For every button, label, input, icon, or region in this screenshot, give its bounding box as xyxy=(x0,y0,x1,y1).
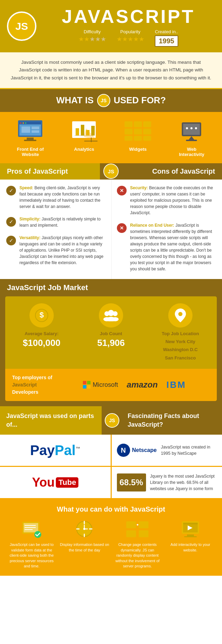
center-js-badge: JS xyxy=(103,164,119,179)
jquery-cell: 68.5% Jquery is the most used JavaScript… xyxy=(112,467,222,498)
check-icon-0: ✓ xyxy=(6,186,16,195)
netscape-icon: N xyxy=(117,444,130,457)
used-for-pre: WHAT IS xyxy=(56,95,94,106)
svg-marker-34 xyxy=(189,136,194,140)
frontend-icon xyxy=(15,119,46,143)
facts-section: Fascinating Facts about JavaScript? xyxy=(122,406,222,435)
svg-point-4 xyxy=(23,122,24,124)
youtube-cell: You Tube xyxy=(0,467,112,498)
can-do-item-0: JavaScript can be used to validate form … xyxy=(5,520,58,569)
cons-header-bg: Cons of JavaScript xyxy=(122,163,222,180)
popularity-stars: ★★★★★ xyxy=(117,35,144,43)
pro-item-2: ✓ Versatility: JavaScript plays nicely w… xyxy=(6,235,106,266)
svg-text:$: $ xyxy=(40,311,44,319)
microsoft-logo: Microsoft xyxy=(83,381,118,389)
svg-rect-24 xyxy=(134,129,142,134)
con-text-1: Reliance on End User: JavaScript is some… xyxy=(130,222,217,272)
svg-rect-22 xyxy=(143,121,151,127)
netscape-logo-container: N Netscape xyxy=(117,444,157,457)
pro-text-0: Speed: Being client-side, JavaScript is … xyxy=(19,185,106,210)
can-do-item-1: Display information based on the time of… xyxy=(58,520,111,569)
can-do-item-2: Change page contents dynamically. JS can… xyxy=(111,520,164,569)
used-on-section: JavaScript was used on parts of... xyxy=(0,406,102,435)
svg-rect-20 xyxy=(125,121,133,127)
job-count-stat: Job Count 51,906 xyxy=(78,303,144,362)
cons-col: ✕ Security: Because the code executes on… xyxy=(112,180,222,279)
svg-rect-14 xyxy=(81,125,84,136)
svg-point-31 xyxy=(186,127,188,129)
job-market-section: JavaScript Job Market $ Average Salary: … xyxy=(0,279,222,406)
can-do-text-2: Change page contents dynamically. JS can… xyxy=(113,542,162,569)
svg-point-33 xyxy=(195,127,197,129)
created-label: Created in.. xyxy=(155,29,179,34)
pros-title: Pros of JavaScript xyxy=(7,167,68,175)
validate-icon xyxy=(19,520,44,539)
used-for-item-1: Analytics xyxy=(60,119,108,157)
header-section: JS JAVASCRIPT Difficulty ★★★★★ Popularit… xyxy=(0,0,222,52)
job-market-card: $ Average Salary: $100,000 xyxy=(5,296,217,401)
difficulty-stars: ★★★★★ xyxy=(78,35,106,43)
pro-text-1: Simplicity: JavaScript is relatively sim… xyxy=(19,216,106,228)
created-meta: Created in.. 1995 xyxy=(155,29,179,47)
what-you-can-title: What you can do with JavaScript xyxy=(3,505,219,513)
location-label: Top Job Location xyxy=(147,331,213,336)
facts-title: Fascinating Facts about JavaScript? xyxy=(128,412,217,429)
svg-rect-61 xyxy=(126,530,136,537)
interactivity-icon xyxy=(178,520,203,539)
used-for-item-0: Front End of Website xyxy=(7,119,54,157)
svg-point-43 xyxy=(112,317,119,321)
analytics-icon xyxy=(68,119,100,143)
con-text-0: Security: Because the code executes on t… xyxy=(130,185,217,216)
location-stat: Top Job Location New York City Washingto… xyxy=(147,303,213,362)
pro-text-2: Versatility: JavaScript plays nicely wit… xyxy=(19,235,106,266)
svg-point-32 xyxy=(190,127,193,129)
svg-rect-10 xyxy=(32,130,39,133)
check-icon-1: ✓ xyxy=(6,217,16,227)
svg-rect-6 xyxy=(27,138,34,140)
page-title: JAVASCRIPT xyxy=(42,6,215,27)
used-for-label-2: Widgets xyxy=(114,147,161,152)
svg-rect-26 xyxy=(125,136,133,141)
what-you-can-section: What you can do with JavaScript JavaScri… xyxy=(0,499,222,576)
can-do-text-1: Display information based on the time of… xyxy=(60,542,110,553)
used-for-label-1: Analytics xyxy=(60,147,108,152)
con-item-1: ✕ Reliance on End User: JavaScript is so… xyxy=(117,222,217,272)
created-year-box: 1995 xyxy=(155,35,179,47)
job-market-header: JavaScript Job Market xyxy=(0,279,222,296)
js-logo-badge: JS xyxy=(7,11,36,41)
pros-header-bg: Pros of JavaScript xyxy=(0,163,100,180)
used-for-grid: Front End of Website Analytics xyxy=(0,112,222,163)
amazon-logo: amazon xyxy=(127,380,157,390)
can-do-text-0: JavaScript can be used to validate form … xyxy=(7,542,57,569)
popularity-meta: Popularity ★★★★★ xyxy=(117,29,144,47)
svg-rect-7 xyxy=(24,140,36,141)
used-for-item-2: Widgets xyxy=(114,119,161,157)
intro-text: JavaScript is most commonly used as a cl… xyxy=(10,59,212,82)
time-icon xyxy=(72,520,97,539)
check-icon-2: ✓ xyxy=(6,236,16,245)
web-interactivity-icon xyxy=(176,119,207,143)
used-for-badge: JS xyxy=(97,94,110,107)
popularity-label: Popularity xyxy=(117,29,144,34)
svg-rect-66 xyxy=(187,534,194,536)
used-for-post: USED FOR? xyxy=(114,95,166,106)
svg-rect-13 xyxy=(76,128,79,136)
svg-rect-60 xyxy=(139,521,148,528)
job-stats-row: $ Average Salary: $100,000 xyxy=(5,296,217,369)
difficulty-meta: Difficulty ★★★★★ xyxy=(78,29,106,47)
youtube-row: You Tube 68.5% Jquery is the most used J… xyxy=(0,467,222,499)
svg-point-3 xyxy=(20,122,22,124)
paypal-cell: PayPal™ xyxy=(0,435,112,466)
can-do-text-3: Add interactivity to your website. xyxy=(166,542,215,553)
paypal-logo: PayPal™ xyxy=(30,443,80,458)
used-for-header: WHAT IS JS USED FOR? xyxy=(0,89,222,112)
svg-rect-9 xyxy=(32,127,39,129)
svg-rect-21 xyxy=(134,121,142,127)
cons-title: Cons of JavaScript xyxy=(152,167,215,175)
salary-label: Average Salary: xyxy=(9,331,75,336)
employers-label: Top employers of JavaScript Developers xyxy=(12,374,52,396)
used-on-title: JavaScript was used on parts of... xyxy=(6,412,95,429)
used-facts-row: JavaScript was used on parts of... JS Fa… xyxy=(0,406,222,435)
svg-rect-23 xyxy=(125,129,133,134)
used-for-item-3: Web Interactivity xyxy=(168,119,215,157)
